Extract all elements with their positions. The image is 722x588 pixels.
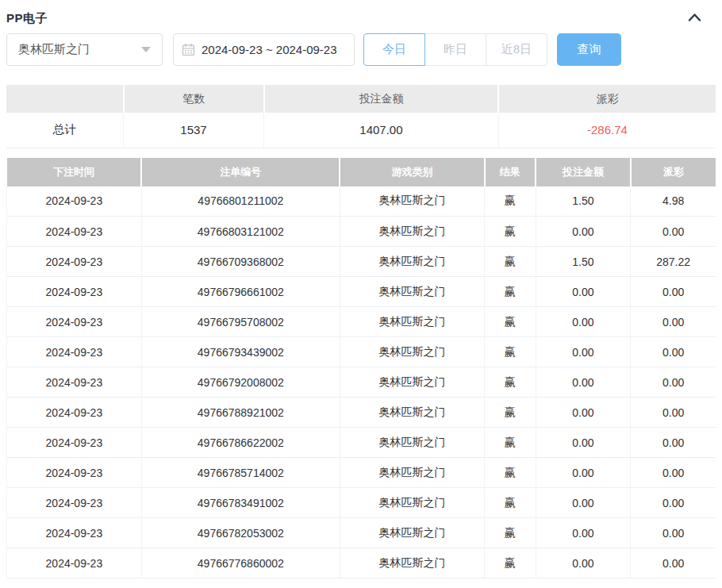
cell-result: 赢	[485, 217, 536, 247]
last-8-days-button[interactable]: 近8日	[486, 33, 547, 66]
header-game-type: 游戏类别	[340, 158, 484, 186]
cell-bet-id: 49766803121002	[141, 217, 340, 247]
cell-game-type: 奥林匹斯之门	[340, 277, 484, 307]
table-row: 2024-09-23 49766803121002 奥林匹斯之门 赢 0.00 …	[7, 217, 716, 247]
cell-game-type: 奥林匹斯之门	[340, 337, 484, 367]
table-row: 2024-09-23 49766709368002 奥林匹斯之门 赢 1.50 …	[7, 247, 716, 277]
panel-header: PP电子	[6, 0, 716, 26]
game-select[interactable]: 奥林匹斯之门	[6, 33, 163, 66]
summary-header-payout: 派彩	[498, 85, 716, 113]
game-select-value: 奥林匹斯之门	[18, 42, 90, 57]
summary-table: 笔数 投注金额 派彩 总计 1537 1407.00 -286.74	[6, 85, 716, 148]
cell-bet-id: 49766801211002	[141, 186, 340, 217]
cell-game-type: 奥林匹斯之门	[340, 186, 484, 217]
table-row: 2024-09-23 49766796661002 奥林匹斯之门 赢 0.00 …	[7, 277, 716, 307]
cell-payout: 0.00	[631, 307, 716, 337]
summary-total-count: 1537	[124, 113, 264, 148]
cell-game-type: 奥林匹斯之门	[340, 428, 484, 458]
table-row: 2024-09-23 49766801211002 奥林匹斯之门 赢 1.50 …	[7, 186, 716, 217]
cell-bet-time: 2024-09-23	[7, 398, 142, 428]
cell-bet-id: 49766795708002	[141, 307, 340, 337]
cell-result: 赢	[485, 398, 536, 428]
cell-bet-amount: 1.50	[536, 247, 631, 277]
cell-bet-amount: 0.00	[536, 458, 631, 488]
table-row: 2024-09-23 49766776860002 奥林匹斯之门 赢 0.00 …	[7, 548, 716, 578]
header-bet-time: 下注时间	[7, 158, 142, 186]
cell-bet-amount: 0.00	[536, 398, 631, 428]
collapse-panel-button[interactable]	[684, 10, 705, 26]
chevron-down-icon	[141, 47, 151, 52]
cell-bet-amount: 0.00	[536, 548, 631, 578]
cell-bet-id: 49766796661002	[141, 277, 340, 307]
header-bet-id: 注单编号	[141, 158, 340, 186]
cell-bet-id: 49766793439002	[141, 337, 340, 367]
cell-bet-amount: 0.00	[536, 488, 631, 518]
summary-header-bet-amount: 投注金额	[264, 85, 499, 113]
date-range-input[interactable]: 2024-09-23 ~ 2024-09-23	[173, 33, 355, 66]
summary-header-count: 笔数	[124, 85, 264, 113]
cell-game-type: 奥林匹斯之门	[340, 307, 484, 337]
cell-bet-amount: 0.00	[536, 428, 631, 458]
summary-total-payout: -286.74	[498, 113, 716, 148]
cell-bet-amount: 0.00	[536, 307, 631, 337]
cell-result: 赢	[485, 307, 536, 337]
cell-bet-time: 2024-09-23	[7, 247, 142, 277]
cell-payout: 0.00	[631, 428, 716, 458]
cell-game-type: 奥林匹斯之门	[340, 398, 484, 428]
cell-payout: 287.22	[631, 247, 716, 277]
cell-bet-id: 49766709368002	[141, 247, 340, 277]
table-row: 2024-09-23 49766788921002 奥林匹斯之门 赢 0.00 …	[7, 398, 716, 428]
cell-payout: 0.00	[631, 518, 716, 548]
table-row: 2024-09-23 49766786622002 奥林匹斯之门 赢 0.00 …	[7, 428, 716, 458]
detail-header-row: 下注时间 注单编号 游戏类别 结果 投注金额 派彩	[7, 158, 716, 186]
cell-bet-id: 49766788921002	[141, 398, 340, 428]
header-payout: 派彩	[631, 158, 716, 186]
table-row: 2024-09-23 49766783491002 奥林匹斯之门 赢 0.00 …	[7, 488, 716, 518]
summary-header-row: 笔数 投注金额 派彩	[6, 85, 716, 113]
cell-bet-amount: 1.50	[536, 186, 631, 217]
yesterday-button[interactable]: 昨日	[424, 33, 486, 66]
summary-total-label: 总计	[6, 113, 124, 148]
cell-game-type: 奥林匹斯之门	[340, 247, 484, 277]
cell-result: 赢	[485, 458, 536, 488]
chevron-up-icon	[688, 13, 701, 25]
filter-bar: 奥林匹斯之门 2024-09-23 ~ 2024-09-23 今日	[6, 33, 716, 66]
cell-game-type: 奥林匹斯之门	[340, 367, 484, 398]
cell-bet-amount: 0.00	[536, 367, 631, 398]
cell-game-type: 奥林匹斯之门	[340, 518, 484, 548]
header-bet-amount: 投注金额	[536, 158, 631, 186]
cell-payout: 0.00	[631, 367, 716, 398]
cell-bet-amount: 0.00	[536, 277, 631, 307]
cell-payout: 0.00	[631, 337, 716, 367]
cell-result: 赢	[485, 337, 536, 367]
table-row: 2024-09-23 49766782053002 奥林匹斯之门 赢 0.00 …	[7, 518, 716, 548]
cell-payout: 0.00	[631, 277, 716, 307]
cell-bet-id: 49766786622002	[141, 428, 340, 458]
cell-payout: 0.00	[631, 398, 716, 428]
cell-result: 赢	[485, 428, 536, 458]
summary-header-empty	[6, 85, 124, 113]
cell-bet-time: 2024-09-23	[7, 337, 142, 367]
report-panel: PP电子 奥林匹斯之门	[0, 0, 722, 578]
cell-payout: 0.00	[631, 458, 716, 488]
cell-bet-time: 2024-09-23	[7, 277, 142, 307]
cell-game-type: 奥林匹斯之门	[340, 548, 484, 578]
date-range-value: 2024-09-23 ~ 2024-09-23	[202, 43, 337, 56]
cell-payout: 0.00	[631, 217, 716, 247]
cell-bet-id: 49766782053002	[141, 518, 340, 548]
cell-bet-id: 49766776860002	[141, 548, 340, 578]
bet-records-table: 下注时间 注单编号 游戏类别 结果 投注金额 派彩 2024-09-23 497…	[6, 158, 716, 579]
page-title: PP电子	[6, 11, 48, 26]
cell-bet-time: 2024-09-23	[7, 548, 142, 578]
cell-payout: 0.00	[631, 548, 716, 578]
cell-result: 赢	[485, 548, 536, 578]
cell-bet-id: 49766783491002	[141, 488, 340, 518]
cell-bet-time: 2024-09-23	[7, 217, 142, 247]
today-button[interactable]: 今日	[363, 33, 425, 66]
table-row: 2024-09-23 49766795708002 奥林匹斯之门 赢 0.00 …	[7, 307, 716, 337]
cell-payout: 0.00	[631, 488, 716, 518]
cell-bet-time: 2024-09-23	[7, 307, 142, 337]
cell-bet-time: 2024-09-23	[7, 518, 142, 548]
query-button[interactable]: 查询	[557, 33, 621, 66]
table-row: 2024-09-23 49766792008002 奥林匹斯之门 赢 0.00 …	[7, 367, 716, 398]
